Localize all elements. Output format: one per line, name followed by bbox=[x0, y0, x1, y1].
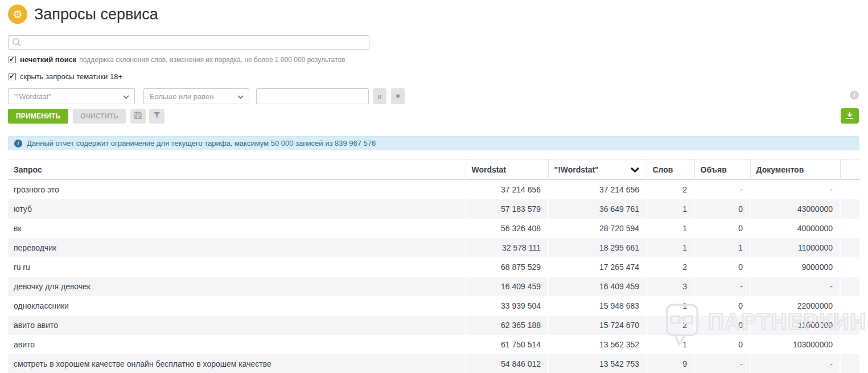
table-row: грозного это37 214 65637 214 6562-- bbox=[8, 180, 859, 199]
fuzzy-search-checkbox[interactable] bbox=[9, 56, 16, 63]
value-cell: 56 326 408 bbox=[466, 219, 548, 238]
column-header-label: "!Wordstat" bbox=[554, 165, 599, 174]
empty-cell bbox=[840, 277, 859, 296]
value-cell: 61 750 514 bbox=[466, 335, 548, 354]
column-header-query[interactable]: Запрос bbox=[8, 159, 466, 180]
value-cell: 0 bbox=[694, 219, 750, 238]
table-header-row: Запрос Wordstat "!Wordstat" Слов Объяв Д… bbox=[8, 159, 859, 180]
value-cell: 17 265 474 bbox=[548, 257, 647, 277]
value-cell: - bbox=[694, 354, 750, 373]
save-icon bbox=[134, 111, 142, 121]
filter-icon bbox=[153, 112, 161, 120]
value-cell: 13 562 352 bbox=[548, 335, 647, 354]
value-cell: - bbox=[750, 354, 840, 373]
download-button[interactable] bbox=[841, 108, 859, 124]
value-cell: 9 bbox=[647, 354, 694, 373]
value-cell: 18 295 661 bbox=[548, 238, 647, 257]
filter-preset-button[interactable] bbox=[149, 109, 164, 124]
page: ⚙ Запросы сервиса нечеткий поиск поддерж… bbox=[0, 0, 868, 373]
column-header-words[interactable]: Слов bbox=[647, 159, 694, 180]
empty-cell bbox=[840, 199, 859, 219]
value-cell: 68 875 529 bbox=[466, 257, 548, 277]
value-cell: 16 409 459 bbox=[548, 277, 647, 296]
value-cell: 33 939 504 bbox=[466, 296, 548, 315]
table-row: переводчик32 578 11118 295 6611111000000 bbox=[8, 238, 859, 257]
query-cell: девочку для девочек bbox=[8, 277, 466, 296]
value-cell: - bbox=[750, 277, 840, 296]
filter-value-input[interactable] bbox=[256, 88, 369, 104]
add-condition-button[interactable]: и bbox=[373, 88, 386, 104]
table-row: смотреть в хорошем качестве онлайн беспл… bbox=[8, 354, 859, 373]
remove-condition-button[interactable]: ✖ bbox=[391, 88, 405, 104]
chevron-down-icon bbox=[237, 92, 244, 101]
info-icon: i bbox=[14, 140, 22, 147]
table-row: одноклассники33 939 50415 948 6831022000… bbox=[8, 296, 859, 315]
column-header-empty bbox=[840, 159, 859, 180]
column-header-ads[interactable]: Объяв bbox=[694, 159, 750, 180]
search-wrap bbox=[8, 35, 369, 50]
empty-cell bbox=[840, 354, 859, 373]
empty-cell bbox=[840, 315, 859, 335]
filter-row: "!Wordstat" Больше или равен и ✖ i bbox=[8, 88, 859, 105]
query-cell: смотреть в хорошем качестве онлайн беспл… bbox=[8, 354, 466, 373]
query-cell: авито bbox=[8, 335, 466, 354]
table-row: ru ru68 875 52917 265 474209000000 bbox=[8, 257, 859, 277]
value-cell: 0 bbox=[694, 296, 750, 315]
download-icon bbox=[845, 111, 854, 121]
value-cell: 0 bbox=[694, 335, 750, 354]
table-row: вк56 326 40828 720 5941040000000 bbox=[8, 219, 859, 238]
chevron-down-icon bbox=[123, 92, 129, 101]
value-cell: 1 bbox=[647, 238, 694, 257]
filter-field-select[interactable]: "!Wordstat" bbox=[8, 88, 135, 104]
actions-row: ПРИМЕНИТЬ ОЧИСТИТЬ bbox=[8, 108, 859, 124]
table-row: авито авито62 365 18815 724 670201100000… bbox=[8, 315, 859, 335]
value-cell: 62 365 188 bbox=[466, 315, 548, 335]
value-cell: - bbox=[694, 277, 750, 296]
search-input[interactable] bbox=[8, 35, 369, 50]
value-cell: 2 bbox=[647, 180, 694, 199]
value-cell: 36 649 761 bbox=[548, 199, 647, 219]
query-cell: одноклассники bbox=[8, 296, 466, 315]
column-header-wordstat[interactable]: Wordstat bbox=[466, 159, 548, 180]
filter-operator-value: Больше или равен bbox=[150, 92, 213, 101]
value-cell: 1 bbox=[647, 219, 694, 238]
results-table: Запрос Wordstat "!Wordstat" Слов Объяв Д… bbox=[8, 159, 859, 373]
filter-field-value: "!Wordstat" bbox=[14, 92, 51, 101]
clear-button[interactable]: ОЧИСТИТЬ bbox=[73, 109, 126, 124]
value-cell: 32 578 111 bbox=[466, 238, 548, 257]
value-cell: 15 948 683 bbox=[548, 296, 647, 315]
info-icon[interactable]: i bbox=[850, 91, 859, 100]
save-filter-button[interactable] bbox=[130, 109, 146, 124]
page-title: Запросы сервиса bbox=[34, 6, 158, 23]
sort-desc-icon bbox=[630, 165, 640, 174]
table-row: ютуб57 183 57936 649 7611043000000 bbox=[8, 199, 859, 219]
column-header-exact-wordstat[interactable]: "!Wordstat" bbox=[548, 159, 647, 180]
value-cell: 22000000 bbox=[750, 296, 840, 315]
table-body: грозного это37 214 65637 214 6562--ютуб5… bbox=[8, 180, 859, 373]
value-cell: 40000000 bbox=[750, 219, 840, 238]
hide-adult-checkbox[interactable] bbox=[9, 73, 16, 80]
fuzzy-search-description: поддержка склонения слов, изменения их п… bbox=[79, 56, 345, 64]
value-cell: 103000000 bbox=[750, 335, 840, 354]
value-cell: 11000000 bbox=[750, 238, 840, 257]
fuzzy-search-option: нечеткий поиск поддержка склонения слов,… bbox=[8, 55, 859, 64]
column-header-documents[interactable]: Документов bbox=[750, 159, 840, 180]
value-cell: 37 214 656 bbox=[548, 180, 647, 199]
value-cell: 9000000 bbox=[750, 257, 840, 277]
notice-bar: i Данный отчет содержит ограничение для … bbox=[8, 136, 859, 150]
hide-adult-option: скрыть запросы тематики 18+ bbox=[8, 72, 859, 81]
value-cell: 2 bbox=[647, 315, 694, 335]
page-header: ⚙ Запросы сервиса bbox=[8, 0, 859, 24]
apply-button[interactable]: ПРИМЕНИТЬ bbox=[8, 109, 68, 124]
value-cell: 15 724 670 bbox=[548, 315, 647, 335]
empty-cell bbox=[840, 296, 859, 315]
value-cell: 37 214 656 bbox=[466, 180, 548, 199]
filter-operator-select[interactable]: Больше или равен bbox=[143, 88, 249, 104]
query-cell: переводчик bbox=[8, 238, 466, 257]
empty-cell bbox=[840, 238, 859, 257]
value-cell: 16 409 459 bbox=[466, 277, 548, 296]
empty-cell bbox=[840, 257, 859, 277]
notice-text: Данный отчет содержит ограничение для те… bbox=[27, 139, 376, 147]
search-icon bbox=[12, 38, 22, 50]
empty-cell bbox=[840, 219, 859, 238]
